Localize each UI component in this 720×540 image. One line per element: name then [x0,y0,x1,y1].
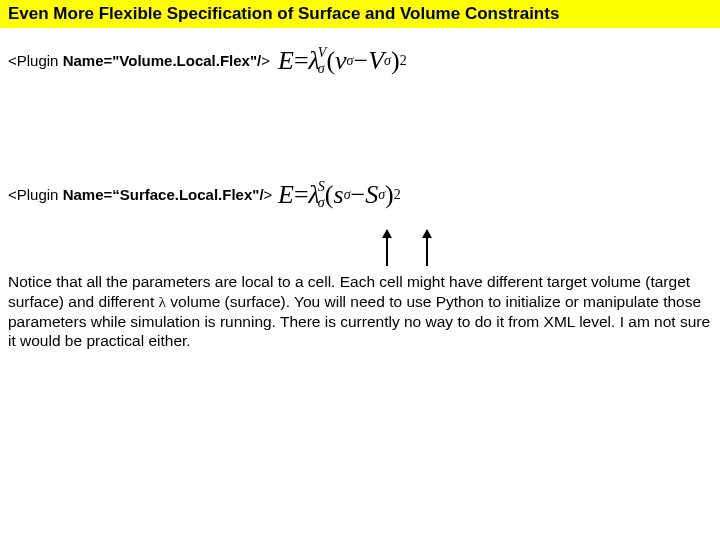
eq-lparen: ( [326,48,335,74]
eq-E: E [278,48,294,74]
body-paragraph: Notice that all the parameters are local… [0,272,720,351]
eq-S: S [365,182,378,208]
arrow-icon [386,230,388,266]
formula-surface: E = λ S σ ( s σ − S σ ) 2 [278,180,712,226]
eq-lambda-sub: σ [318,196,325,210]
formula-volume: E = λ V σ ( ν σ − V σ ) 2 [278,46,712,92]
eq-E: E [278,182,294,208]
plugin-surface: <Plugin Name=“Surface.Local.Flex"/> [8,180,278,203]
eq-lambda-sup: S [318,180,325,194]
eq-V: V [368,48,384,74]
plugin-attr: Name="Volume.Local.Flex"/ [58,52,261,69]
eq-lambda-sup: V [318,46,327,60]
row-surface: <Plugin Name=“Surface.Local.Flex"/> E = … [0,180,720,226]
arrow-icon [426,230,428,266]
row-volume: <Plugin Name="Volume.Local.Flex"/> E = λ… [0,46,720,92]
eq-lambda-supsub: S σ [318,180,325,210]
plugin-attr: Name=“Surface.Local.Flex"/ [58,186,263,203]
slide-title: Even More Flexible Specification of Surf… [0,0,720,28]
eq-rparen: ) [391,48,400,74]
eq-rparen: ) [385,182,394,208]
eq-lambda-supsub: V σ [318,46,327,76]
eq-equals: = [294,48,309,74]
plugin-open: <Plugin [8,186,58,203]
plugin-open: <Plugin [8,52,58,69]
eq-lparen: ( [325,182,334,208]
plugin-close: > [264,186,273,203]
plugin-volume: <Plugin Name="Volume.Local.Flex"/> [8,46,278,69]
eq-minus: − [354,48,369,74]
lambda-symbol: λ [159,293,167,310]
equation-surface: E = λ S σ ( s σ − S σ ) 2 [278,180,712,210]
eq-minus: − [351,182,366,208]
eq-s: s [334,182,344,208]
eq-equals: = [294,182,309,208]
equation-volume: E = λ V σ ( ν σ − V σ ) 2 [278,46,712,76]
plugin-close: > [261,52,270,69]
eq-lambda-sub: σ [318,62,327,76]
eq-nu: ν [335,48,347,74]
